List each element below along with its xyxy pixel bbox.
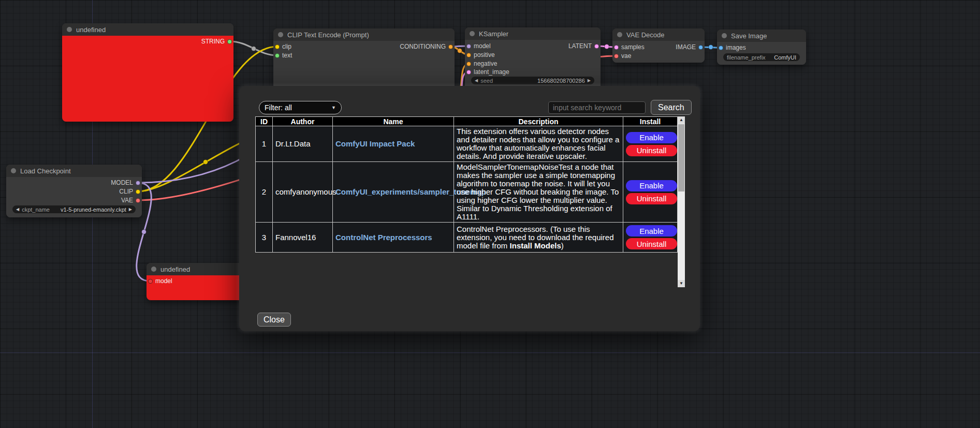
output-slot-string[interactable]: STRING [201,37,232,46]
enable-button[interactable]: Enable [626,225,677,237]
negative-slot-dot[interactable] [466,62,471,66]
input-slot-negative[interactable]: negative [466,60,497,68]
node-header[interactable]: undefined [62,23,233,36]
cell-author: comfyanonymous [273,162,333,223]
node-load-checkpoint[interactable]: Load Checkpoint MODEL CLIP VAE ◀ ckpt_na… [6,165,142,217]
search-input[interactable] [548,101,646,114]
table-scrollbar[interactable]: ▲ ▼ [678,116,685,287]
scroll-down-icon[interactable]: ▼ [678,280,685,287]
search-button[interactable]: Search [651,100,692,115]
next-icon[interactable]: ▶ [129,207,132,212]
node-title: Load Checkpoint [20,167,71,175]
header-name: Name [333,117,454,126]
collapse-dot[interactable] [278,32,283,37]
extensions-table: ID Author Name Description Install 1 Dr.… [255,116,678,253]
image-slot-dot[interactable] [698,45,703,50]
collapse-dot[interactable] [470,31,475,36]
header-install: Install [623,117,678,126]
node-header[interactable]: KSampler [465,27,601,40]
node-header[interactable]: VAE Decode [612,28,705,41]
clip-slot-dot[interactable] [275,45,280,49]
node-header[interactable]: Save Image [717,29,806,42]
widget-value[interactable]: 156680208700286 [537,78,585,84]
input-slot-vae[interactable]: vae [614,52,631,60]
output-slot-latent[interactable]: LATENT [568,42,599,50]
text-slot-dot[interactable] [275,53,280,58]
collapse-dot[interactable] [67,27,72,32]
seed-widget[interactable]: ◀ seed 156680208700286 ▶ [471,77,594,84]
input-slot-images[interactable]: images [719,43,746,52]
filter-select[interactable]: Filter: all ▼ [259,101,342,114]
cell-description: ControlNet Preprocessors. (To use this e… [454,223,623,253]
output-slot-image[interactable]: IMAGE [676,43,703,51]
slot-label: STRING [201,38,225,45]
description-bold-text: Install Models [510,241,561,250]
scrollbar-thumb[interactable] [678,124,684,191]
input-slot-positive[interactable]: positive [466,51,495,59]
uninstall-button[interactable]: Uninstall [626,145,677,156]
widget-value[interactable]: v1-5-pruned-emaonly.ckpt [61,206,126,213]
input-slot-model[interactable]: model [466,42,491,50]
output-slot-conditioning[interactable]: CONDITIONING [400,42,453,51]
widget-label: seed [480,78,493,84]
collapse-dot[interactable] [617,32,622,37]
cell-id: 3 [256,223,273,253]
slot-label: vae [621,52,631,60]
uninstall-button[interactable]: Uninstall [626,238,677,249]
model-slot-dot[interactable] [466,44,471,49]
decrement-icon[interactable]: ◀ [475,78,478,83]
node-save-image[interactable]: Save Image images filename_prefix ComfyU… [717,29,806,65]
input-slot-clip[interactable]: clip [275,42,291,51]
slot-label: CONDITIONING [400,43,446,50]
collapse-dot[interactable] [151,267,156,272]
enable-button[interactable]: Enable [626,180,677,191]
slot-label: latent_image [474,68,509,76]
node-body-error [62,36,233,122]
slot-label: VAE [121,197,133,204]
positive-slot-dot[interactable] [466,53,471,57]
conditioning-slot-dot[interactable] [448,45,453,49]
filename-prefix-widget[interactable]: filename_prefix ComfyUI [723,53,800,61]
vae-slot-dot[interactable] [136,198,140,203]
vae-slot-dot[interactable] [614,54,619,58]
collapse-dot[interactable] [11,168,16,173]
latent-image-slot-dot[interactable] [466,70,471,75]
cell-author: Fannovel16 [273,223,333,253]
input-slot-text[interactable]: text [275,51,292,60]
table-header-row: ID Author Name Description Install [256,117,678,126]
input-slot-model[interactable]: model [148,277,172,285]
output-slot-model[interactable]: MODEL [111,179,140,187]
input-slot-latent-image[interactable]: latent_image [466,68,509,76]
node-vae-decode[interactable]: VAE Decode samples vae IMAGE [612,28,705,63]
node-header[interactable]: CLIP Text Encode (Prompt) [273,28,455,41]
collapse-dot[interactable] [722,33,727,38]
samples-slot-dot[interactable] [614,45,619,50]
comfyui-app: { "icons": { "caret_down": "▼", "arrow_l… [0,0,980,428]
input-slot-samples[interactable]: samples [614,43,645,51]
previous-icon[interactable]: ◀ [16,207,19,212]
increment-icon[interactable]: ▶ [588,78,591,83]
output-slot-vae[interactable]: VAE [121,196,140,204]
slot-label: IMAGE [676,43,696,51]
node-title: VAE Decode [626,31,664,39]
node-header[interactable]: Load Checkpoint [6,165,142,177]
uninstall-button[interactable]: Uninstall [626,193,677,204]
extension-link[interactable]: ComfyUI Impact Pack [335,139,415,148]
slot-label: LATENT [568,42,592,50]
model-slot-dot[interactable] [148,279,153,284]
clip-slot-dot[interactable] [136,189,140,194]
latent-slot-dot[interactable] [594,44,599,49]
close-button[interactable]: Close [257,313,291,327]
string-slot-dot[interactable] [227,39,232,44]
scroll-up-icon[interactable]: ▲ [678,116,685,124]
enable-button[interactable]: Enable [626,132,677,143]
extension-link[interactable]: ControlNet Preprocessors [335,233,432,242]
node-title: undefined [160,265,190,273]
images-slot-dot[interactable] [719,46,723,50]
model-slot-dot[interactable] [136,181,140,185]
widget-value[interactable]: ComfyUI [774,54,796,61]
output-slot-clip[interactable]: CLIP [119,187,140,196]
node-undefined-top[interactable]: undefined STRING [62,23,233,122]
node-ksampler[interactable]: KSampler model positive negative latent_… [465,27,601,90]
ckpt-name-widget[interactable]: ◀ ckpt_name v1-5-pruned-emaonly.ckpt ▶ [12,205,136,213]
